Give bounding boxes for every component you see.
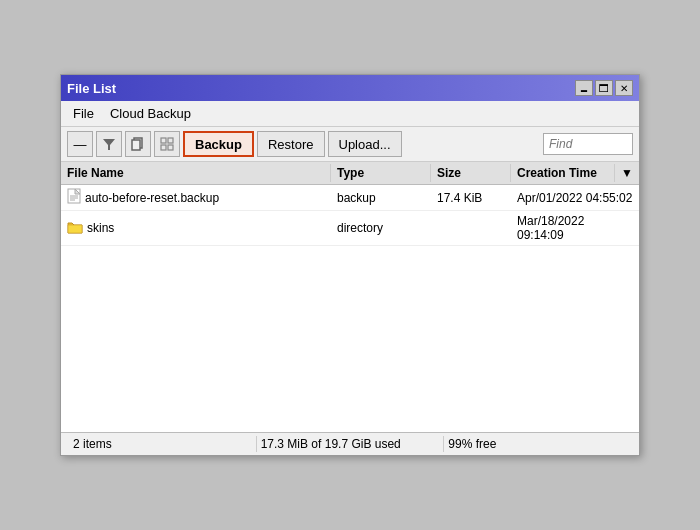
copy-button[interactable]: [125, 131, 151, 157]
filter-icon: [102, 137, 116, 151]
table-row[interactable]: auto-before-reset.backup backup 17.4 KiB…: [61, 185, 639, 211]
cell-size-2: [431, 211, 511, 245]
status-bar: 2 items 17.3 MiB of 19.7 GiB used 99% fr…: [61, 432, 639, 455]
file-list-area: File Name Type Size Creation Time ▼: [61, 162, 639, 432]
toolbar: — Backup Restore Upload...: [61, 127, 639, 162]
file-name-1: auto-before-reset.backup: [85, 191, 219, 205]
menu-file[interactable]: File: [65, 103, 102, 124]
cell-type-2: directory: [331, 211, 431, 245]
cell-name: skins: [61, 211, 331, 245]
status-item-count: 2 items: [69, 436, 257, 452]
backup-file-icon: [67, 188, 81, 207]
properties-button[interactable]: [154, 131, 180, 157]
filter-button[interactable]: [96, 131, 122, 157]
menu-cloud-backup[interactable]: Cloud Backup: [102, 103, 199, 124]
back-button[interactable]: —: [67, 131, 93, 157]
column-header-size[interactable]: Size: [431, 164, 511, 182]
restore-button[interactable]: Restore: [257, 131, 325, 157]
cell-name: auto-before-reset.backup: [61, 185, 331, 210]
column-sort-arrow[interactable]: ▼: [615, 164, 639, 182]
cell-creation-2: Mar/18/2022 09:14:09: [511, 211, 639, 245]
svg-rect-4: [168, 138, 173, 143]
file-list-header: File Name Type Size Creation Time ▼: [61, 162, 639, 185]
svg-rect-6: [168, 145, 173, 150]
status-used: 17.3 MiB of 19.7 GiB used: [257, 436, 445, 452]
window-title: File List: [67, 81, 116, 96]
file-name-2: skins: [87, 221, 114, 235]
svg-rect-3: [161, 138, 166, 143]
folder-icon: [67, 220, 83, 237]
status-free: 99% free: [444, 436, 631, 452]
table-row[interactable]: skins directory Mar/18/2022 09:14:09: [61, 211, 639, 246]
cell-creation-1: Apr/01/2022 04:55:02: [511, 185, 639, 210]
search-input[interactable]: [543, 133, 633, 155]
column-header-name[interactable]: File Name: [61, 164, 331, 182]
upload-button[interactable]: Upload...: [328, 131, 402, 157]
window-controls: 🗕 🗖 ✕: [575, 80, 633, 96]
restore-button[interactable]: 🗖: [595, 80, 613, 96]
svg-marker-0: [103, 139, 115, 150]
cell-type-1: backup: [331, 185, 431, 210]
minimize-button[interactable]: 🗕: [575, 80, 593, 96]
close-button[interactable]: ✕: [615, 80, 633, 96]
title-bar: File List 🗕 🗖 ✕: [61, 75, 639, 101]
svg-rect-2: [132, 140, 140, 150]
main-window: File List 🗕 🗖 ✕ File Cloud Backup —: [60, 74, 640, 456]
column-header-creation[interactable]: Creation Time: [511, 164, 615, 182]
copy-icon: [131, 137, 145, 151]
menu-bar: File Cloud Backup: [61, 101, 639, 127]
file-list-body: auto-before-reset.backup backup 17.4 KiB…: [61, 185, 639, 425]
cell-size-1: 17.4 KiB: [431, 185, 511, 210]
properties-icon: [160, 137, 174, 151]
backup-button[interactable]: Backup: [183, 131, 254, 157]
svg-rect-5: [161, 145, 166, 150]
column-header-type[interactable]: Type: [331, 164, 431, 182]
